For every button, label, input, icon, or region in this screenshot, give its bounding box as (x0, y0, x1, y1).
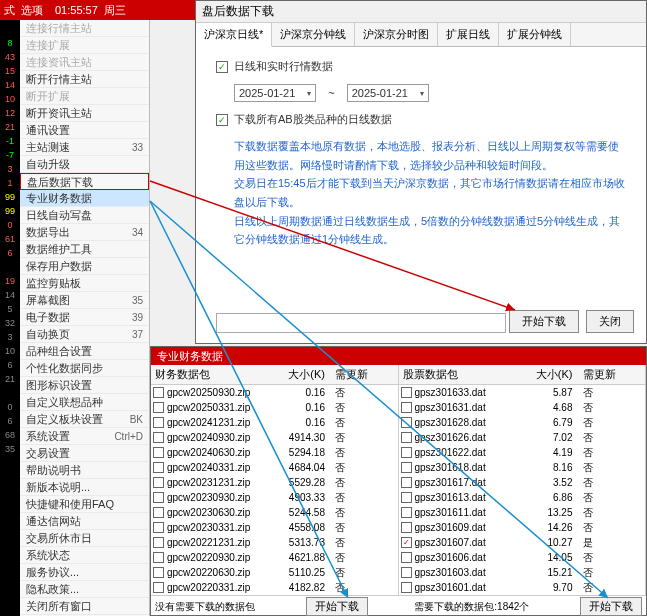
menu-item[interactable]: 个性化数据同步 (20, 360, 149, 377)
close-button[interactable]: 关闭 (586, 310, 634, 333)
menu-item[interactable]: 电子数据39 (20, 309, 149, 326)
table-row[interactable]: gpcw20250331.zip0.16否 (151, 400, 398, 415)
table-row[interactable]: gpsz301631.dat4.68否 (399, 400, 646, 415)
menu-item[interactable]: 自定义板块设置BK (20, 411, 149, 428)
table-row[interactable]: gpsz301609.dat14.26否 (399, 520, 646, 535)
menu-item[interactable]: 屏幕截图35 (20, 292, 149, 309)
tab[interactable]: 扩展日线 (438, 23, 499, 46)
checkbox-icon[interactable] (401, 447, 412, 458)
table-row[interactable]: gpsz301611.dat13.25否 (399, 505, 646, 520)
menu-item[interactable]: 帮助说明书 (20, 462, 149, 479)
table-row[interactable]: ✓gpsz301607.dat10.27是 (399, 535, 646, 550)
date-from[interactable]: 2025-01-21▾ (234, 84, 316, 102)
col-size[interactable]: 大小(K) (271, 367, 331, 382)
tab[interactable]: 扩展分钟线 (499, 23, 571, 46)
tab[interactable]: 沪深京分钟线 (272, 23, 355, 46)
start-download-right-button[interactable]: 开始下载 (580, 597, 642, 616)
table-row[interactable]: gpsz301613.dat6.86否 (399, 490, 646, 505)
menu-item[interactable]: 专业财务数据 (20, 190, 149, 207)
menu-item[interactable]: 图形标识设置 (20, 377, 149, 394)
table-row[interactable]: gpsz301626.dat7.02否 (399, 430, 646, 445)
checkbox-all-ab[interactable]: ✓ 下载所有AB股类品种的日线数据 (216, 112, 626, 127)
checkbox-icon[interactable] (153, 402, 164, 413)
menu-item[interactable]: 断开资讯主站 (20, 105, 149, 122)
menu-item[interactable]: 新版本说明... (20, 479, 149, 496)
table-row[interactable]: gpcw20240930.zip4914.30否 (151, 430, 398, 445)
checkbox-icon[interactable] (153, 447, 164, 458)
menu-item[interactable]: 关闭所有窗口 (20, 598, 149, 615)
checkbox-icon[interactable] (401, 417, 412, 428)
col-name[interactable]: 股票数据包 (399, 367, 519, 382)
checkbox-icon[interactable] (401, 477, 412, 488)
checkbox-icon[interactable] (401, 582, 412, 593)
menu-item[interactable]: 隐私政策... (20, 581, 149, 598)
checkbox-icon[interactable] (401, 387, 412, 398)
table-row[interactable]: gpcw20240331.zip4684.04否 (151, 460, 398, 475)
checkbox-icon[interactable] (153, 552, 164, 563)
date-to[interactable]: 2025-01-21▾ (347, 84, 429, 102)
start-download-button[interactable]: 开始下载 (509, 310, 579, 333)
checkbox-icon[interactable] (153, 522, 164, 533)
tab[interactable]: 沪深京日线* (196, 23, 272, 47)
checkbox-icon[interactable] (401, 552, 412, 563)
menu-item[interactable]: 通讯设置 (20, 122, 149, 139)
menu-item[interactable]: 自定义联想品种 (20, 394, 149, 411)
table-row[interactable]: gpcw20230630.zip5244.58否 (151, 505, 398, 520)
table-row[interactable]: gpcw20220930.zip4621.88否 (151, 550, 398, 565)
menu-item[interactable]: 盘后数据下载 (20, 173, 149, 190)
table-row[interactable]: gpcw20220630.zip5110.25否 (151, 565, 398, 580)
table-row[interactable]: gpcw20240630.zip5294.18否 (151, 445, 398, 460)
checkbox-icon[interactable] (153, 462, 164, 473)
menu-item[interactable]: 系统设置Ctrl+D (20, 428, 149, 445)
table-row[interactable]: gpsz301617.dat3.52否 (399, 475, 646, 490)
menu-item[interactable]: 监控剪贴板 (20, 275, 149, 292)
checkbox-daily-data[interactable]: ✓ 日线和实时行情数据 (216, 59, 626, 74)
table-row[interactable]: gpcw20230331.zip4558.08否 (151, 520, 398, 535)
checkbox-icon[interactable] (401, 492, 412, 503)
menu-item[interactable]: 数据维护工具 (20, 241, 149, 258)
menu-item[interactable]: 交易设置 (20, 445, 149, 462)
checkbox-icon[interactable] (401, 402, 412, 413)
checkbox-icon[interactable] (153, 492, 164, 503)
menu-item[interactable]: 日线自动写盘 (20, 207, 149, 224)
table-row[interactable]: gpcw20230930.zip4903.33否 (151, 490, 398, 505)
checkbox-icon[interactable] (153, 537, 164, 548)
table-row[interactable]: gpcw20241231.zip0.16否 (151, 415, 398, 430)
checkbox-icon[interactable] (401, 522, 412, 533)
checkbox-icon[interactable] (153, 477, 164, 488)
menu-item[interactable]: 快捷键和使用FAQ (20, 496, 149, 513)
table-row[interactable]: gpsz301606.dat14.05否 (399, 550, 646, 565)
start-download-left-button[interactable]: 开始下载 (306, 597, 368, 616)
menu-item[interactable]: 品种组合设置 (20, 343, 149, 360)
menu-item[interactable]: 通达信网站 (20, 513, 149, 530)
checkbox-icon[interactable] (153, 387, 164, 398)
checkbox-icon[interactable] (401, 462, 412, 473)
menu-item[interactable]: 系统状态 (20, 547, 149, 564)
table-row[interactable]: gpsz301603.dat15.21否 (399, 565, 646, 580)
tab[interactable]: 沪深京分时图 (355, 23, 438, 46)
table-row[interactable]: gpsz301628.dat6.79否 (399, 415, 646, 430)
table-row[interactable]: gpsz301601.dat9.70否 (399, 580, 646, 595)
checkbox-icon[interactable] (153, 417, 164, 428)
menu-item[interactable]: 自动换页37 (20, 326, 149, 343)
menu-item[interactable]: 服务协议... (20, 564, 149, 581)
table-row[interactable]: gpsz301633.dat5.87否 (399, 385, 646, 400)
checkbox-icon[interactable] (153, 582, 164, 593)
col-update[interactable]: 需更新 (331, 367, 371, 382)
table-row[interactable]: gpcw20221231.zip5313.73否 (151, 535, 398, 550)
col-update[interactable]: 需更新 (579, 367, 619, 382)
checkbox-icon[interactable]: ✓ (401, 537, 412, 548)
table-row[interactable]: gpcw20231231.zip5529.28否 (151, 475, 398, 490)
progress-input[interactable] (216, 313, 506, 333)
table-row[interactable]: gpcw20250930.zip0.16否 (151, 385, 398, 400)
table-row[interactable]: gpsz301622.dat4.19否 (399, 445, 646, 460)
col-name[interactable]: 财务数据包 (151, 367, 271, 382)
checkbox-icon[interactable] (401, 507, 412, 518)
menu-item[interactable]: 主站测速33 (20, 139, 149, 156)
checkbox-icon[interactable] (401, 432, 412, 443)
col-size[interactable]: 大小(K) (519, 367, 579, 382)
menu-item[interactable]: 交易所休市日 (20, 530, 149, 547)
options-label[interactable]: 选项 (21, 3, 43, 18)
checkbox-icon[interactable] (153, 507, 164, 518)
checkbox-icon[interactable] (153, 567, 164, 578)
